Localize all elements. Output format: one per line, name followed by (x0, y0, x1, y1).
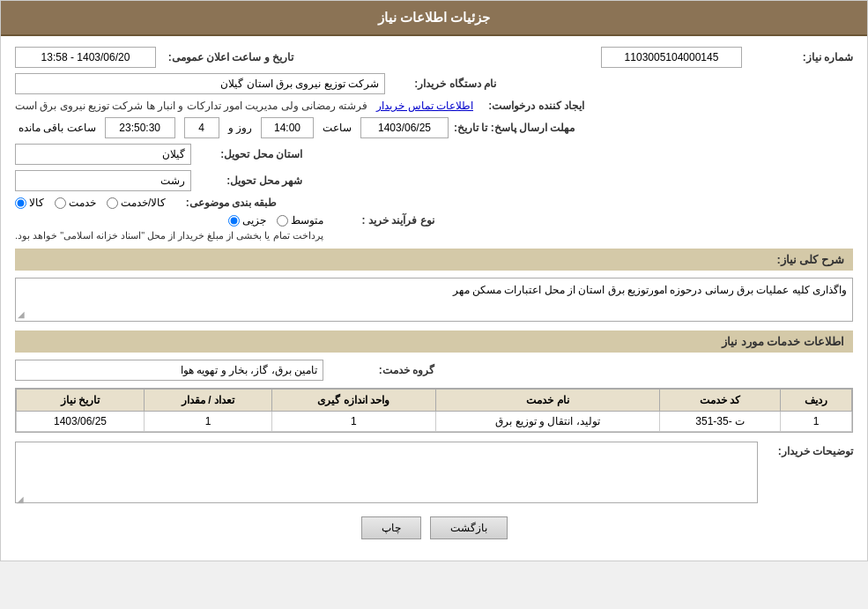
radio-goods-service-item[interactable]: کالا/خدمت (107, 197, 166, 209)
deadline-time-input[interactable] (261, 117, 314, 138)
need-number-input[interactable] (601, 47, 742, 68)
deadline-days-label: روز و (228, 122, 252, 134)
city-label: شهر محل تحویل: (197, 175, 302, 187)
services-section-title: اطلاعات خدمات مورد نیاز (15, 330, 853, 353)
radio-goods-label: کالا (29, 197, 44, 209)
radio-service-item[interactable]: خدمت (55, 197, 96, 209)
buyer-notes-textarea[interactable] (15, 442, 758, 503)
radio-medium[interactable] (277, 215, 288, 227)
radio-partial[interactable] (228, 215, 240, 227)
services-title-text: اطلاعات خدمات مورد نیاز (722, 335, 844, 348)
col-service-name: نام خدمت (435, 390, 660, 412)
deadline-remaining-label: ساعت باقی مانده (19, 122, 96, 134)
buyer-name-label: نام دستگاه خریدار: (390, 78, 496, 90)
radio-partial-label: جزیی (242, 214, 266, 227)
service-group-label: گروه خدمت: (329, 364, 434, 376)
textarea-resize-icon: ◢ (17, 494, 24, 504)
purchase-type-label: نوع فرآیند خرید : (329, 214, 434, 227)
cell-date: 1403/06/25 (17, 412, 145, 432)
radio-medium-label: متوسط (291, 214, 323, 227)
cell-service-name: تولید، انتقال و توزیع برق (435, 412, 660, 432)
announce-date-input[interactable] (15, 47, 156, 68)
buyer-notes-label: توضیحات خریدار: (765, 442, 853, 457)
button-row: بازگشت چاپ (15, 516, 853, 539)
purchase-type-note: پرداخت تمام یا بخشی از مبلغ خریدار از مح… (15, 230, 323, 241)
radio-goods-service-label: کالا/خدمت (121, 197, 166, 209)
deadline-time-label: ساعت (323, 122, 352, 134)
page-header: جزئیات اطلاعات نیاز (1, 1, 867, 36)
description-box: واگذاری کلیه عملیات برق رسانی درحوزه امو… (15, 278, 853, 322)
resize-icon: ◢ (18, 309, 25, 319)
radio-service-label: خدمت (69, 197, 96, 209)
services-table: ردیف کد خدمت نام خدمت واحد اندازه گیری ت… (16, 389, 852, 432)
need-number-label: شماره نیاز: (747, 51, 853, 63)
services-table-container: ردیف کد خدمت نام خدمت واحد اندازه گیری ت… (15, 388, 853, 433)
radio-partial-item[interactable]: جزیی (228, 214, 266, 227)
description-title-text: شرح کلی نیاز: (776, 253, 844, 266)
cell-quantity: 1 (145, 412, 272, 432)
col-date: تاریخ نیاز (17, 390, 145, 412)
back-button[interactable]: بازگشت (430, 516, 508, 539)
service-group-input[interactable] (15, 360, 323, 381)
category-radio-group: کالا/خدمت خدمت کالا (15, 197, 166, 209)
cell-row-num: 1 (781, 412, 852, 432)
radio-service[interactable] (55, 197, 66, 209)
announce-date-label: تاریخ و ساعت اعلان عمومی: (161, 51, 293, 63)
creator-contact-link[interactable]: اطلاعات تماس خریدار (376, 100, 473, 112)
description-value: واگذاری کلیه عملیات برق رسانی درحوزه امو… (453, 284, 847, 296)
cell-unit: 1 (271, 412, 435, 432)
deadline-remaining-input[interactable] (105, 117, 175, 138)
deadline-days-input[interactable] (184, 117, 219, 138)
print-button[interactable]: چاپ (361, 516, 421, 539)
table-row: 1 ت -35-351 تولید، انتقال و توزیع برق 1 … (17, 412, 852, 432)
creator-label: ایجاد کننده درخواست: (479, 100, 584, 112)
creator-value: فرشته رمضانی ولی مدیریت امور تدارکات و ا… (15, 100, 367, 112)
description-section-title: شرح کلی نیاز: (15, 249, 853, 271)
col-service-code: کد خدمت (660, 390, 781, 412)
province-label: استان محل تحویل: (197, 148, 302, 160)
col-row-num: ردیف (781, 390, 852, 412)
cell-service-code: ت -35-351 (660, 412, 781, 432)
radio-goods[interactable] (15, 197, 26, 209)
radio-medium-item[interactable]: متوسط (277, 214, 323, 227)
col-quantity: تعداد / مقدار (145, 390, 272, 412)
radio-goods-item[interactable]: کالا (15, 197, 44, 209)
purchase-type-radio-group: متوسط جزیی (15, 214, 323, 227)
province-input[interactable] (15, 144, 191, 165)
category-label: طبقه بندی موضوعی: (171, 197, 277, 209)
city-input[interactable] (15, 170, 191, 191)
response-deadline-label: مهلت ارسال پاسخ: تا تاریخ: (454, 122, 575, 134)
buyer-name-input[interactable] (15, 73, 385, 94)
col-unit: واحد اندازه گیری (271, 390, 435, 412)
radio-goods-service[interactable] (107, 197, 118, 209)
deadline-date-input[interactable] (360, 117, 449, 138)
page-title: جزئیات اطلاعات نیاز (378, 10, 490, 25)
